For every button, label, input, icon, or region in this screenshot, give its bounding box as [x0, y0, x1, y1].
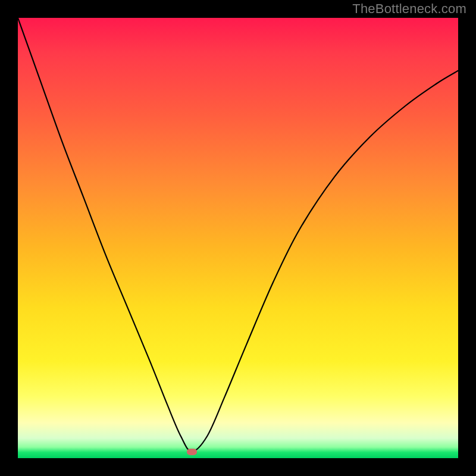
optimal-marker — [187, 449, 197, 455]
chart-frame: TheBottleneck.com — [0, 0, 476, 476]
bottleneck-curve — [18, 18, 458, 458]
plot-area — [18, 18, 458, 458]
watermark-label: TheBottleneck.com — [352, 1, 466, 17]
